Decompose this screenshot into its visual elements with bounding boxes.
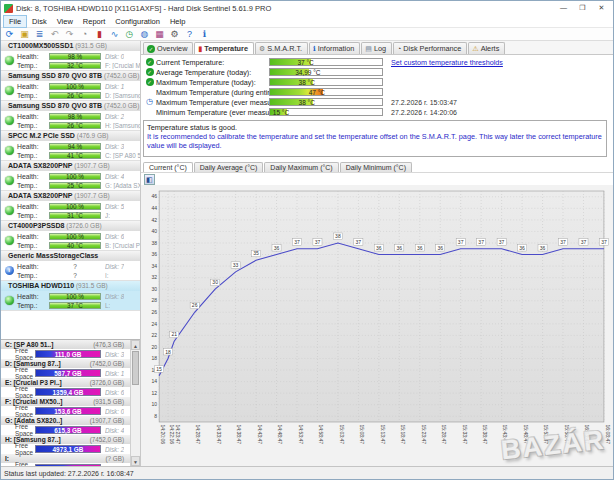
chart-tab-daily-minimum-c[interactable]: Daily Minimum (°C) (340, 162, 412, 172)
svg-text:18: 18 (152, 355, 158, 361)
chart-tab-daily-maximum-c[interactable]: Daily Maximum (°C) (264, 162, 338, 172)
tab-log[interactable]: ▤Log (361, 42, 392, 54)
partition-entry[interactable]: E: [Crucial P3 Pl..](3726,0 GB)Free Spac… (1, 378, 130, 397)
network-icon[interactable]: ◍ (139, 29, 150, 39)
minimize-button[interactable]: — (554, 2, 573, 14)
svg-text:37: 37 (458, 239, 464, 245)
field-label: Health: (17, 203, 49, 210)
partition-scrollbar[interactable]: ▲ ▼ (130, 340, 140, 466)
disk-number: Disk: 7 (105, 465, 124, 467)
disk-entry[interactable]: Samsung SSD 870 QVO 8TB (7452.0 GB)Healt… (1, 71, 140, 101)
health-ok-icon (5, 146, 14, 155)
unknown-value: ? (49, 272, 101, 279)
temp-bar-value: 40 °C (50, 243, 100, 248)
disk-entry[interactable]: ADATA SX8200PNP (1907.7 GB)Health:100 %D… (1, 191, 140, 221)
svg-text:33: 33 (233, 262, 239, 268)
disk-entry[interactable]: ADATA SX8200PNP (1907.7 GB)Health:100 %D… (1, 161, 140, 191)
menu-file[interactable]: File (3, 15, 27, 28)
svg-text:30: 30 (152, 286, 158, 292)
refresh-icon[interactable]: ⟳ (4, 29, 15, 39)
menu-configuration[interactable]: Configuration (110, 16, 165, 27)
disk-name: Generic MassStorageClass (8, 252, 98, 259)
temp-bar-value: 26 °C (50, 93, 100, 98)
chart-tab-current-c[interactable]: Current (°C) (143, 162, 193, 172)
disk-size: (1907.7 GB) (72, 162, 109, 169)
svg-text:40: 40 (152, 228, 158, 234)
svg-text:15:38:47: 15:38:47 (482, 425, 488, 445)
disk-detect-icon[interactable]: ▣ (19, 29, 30, 39)
svg-text:15:23:47: 15:23:47 (421, 425, 427, 445)
partition-entry[interactable]: H: [Samsung 87..](7452,0 GB)Free Space49… (1, 435, 130, 454)
health-bar: 100 % (49, 203, 101, 210)
health-ok-icon (5, 236, 14, 245)
clock-icon[interactable]: ◷ (124, 29, 135, 39)
tab-alerts[interactable]: ⚠Alerts (468, 42, 505, 54)
scroll-up-icon[interactable]: ▲ (131, 340, 140, 350)
settings-icon[interactable]: ⚙ (169, 29, 180, 39)
tab-temperature[interactable]: ▮Temperature (194, 42, 254, 54)
svg-text:18: 18 (165, 349, 171, 355)
disk-entry-header: ADATA SX8200PNP (1907.7 GB) (1, 191, 140, 201)
health-bar-value: 98 % (50, 114, 100, 119)
disk-number: Disk: 2 (105, 446, 124, 453)
set-thresholds-link[interactable]: Set custom temperature thresholds (391, 58, 503, 67)
info-icon[interactable]: ℹ (199, 29, 210, 39)
disk-entry[interactable]: Generic MassStorageClassiHealth:?Disk: 7… (1, 251, 140, 281)
status-line-1: Temperature status is good. (147, 123, 603, 132)
partition-entry[interactable]: F: [Crucial MX50..](931,5 GB)Free Space1… (1, 397, 130, 416)
info-icon: i (5, 266, 14, 275)
partition-entry[interactable]: D: [Samsung 87..](7452,0 GB)Free Space58… (1, 359, 130, 378)
disk-entry[interactable]: CT4000P3PSSD8 (3726.0 GB)Health:100 %Dis… (1, 221, 140, 251)
disk-entry-body: Health:100 %Disk: 8Temp.:37 °CL: (1, 291, 140, 310)
tab-information[interactable]: ℹInformation (309, 42, 360, 54)
svg-text:38: 38 (152, 240, 158, 246)
tab-overview[interactable]: ✓Overview (143, 42, 193, 54)
disk-name: CT1000MX500SSD1 (8, 42, 73, 49)
chart-tab-daily-average-c[interactable]: Daily Average (°C) (194, 162, 264, 172)
export-chart-icon[interactable]: ◧ (144, 174, 155, 185)
menu-disk[interactable]: Disk (27, 16, 52, 27)
benchmark-icon[interactable]: ∿ (109, 29, 120, 39)
alert-icon: ⚠ (472, 45, 478, 52)
surface-test-icon[interactable]: ◔ (79, 29, 90, 39)
status-line-2: It is recommended to calibrate the tempe… (147, 132, 603, 150)
device-list-icon[interactable]: ≣ (34, 29, 45, 39)
tab-s-m-a-r-t[interactable]: ⚙S.M.A.R.T. (255, 42, 308, 54)
disk-entry[interactable]: Samsung SSD 870 QVO 8TB (7452.0 GB)Healt… (1, 101, 140, 131)
svg-text:26: 26 (152, 309, 158, 315)
disk-size: (7452.0 GB) (102, 102, 139, 109)
disk-entry[interactable]: SPCC M.2 PCIe SSD (476.9 GB)Health:94 %D… (1, 131, 140, 161)
undo-icon[interactable]: ↶ (49, 29, 60, 39)
calendar-icon[interactable]: ▦ (154, 29, 165, 39)
svg-text:14:48:47: 14:48:47 (277, 425, 283, 445)
menu-report[interactable]: Report (78, 16, 111, 27)
svg-text:32: 32 (152, 274, 158, 280)
redo-icon[interactable]: ↷ (64, 29, 75, 39)
scroll-thumb[interactable] (132, 351, 139, 385)
svg-text:37: 37 (294, 239, 300, 245)
scroll-down-icon[interactable]: ▼ (131, 456, 140, 466)
svg-text:36: 36 (519, 245, 525, 251)
help-icon[interactable]: ? (184, 29, 195, 39)
menu-view[interactable]: View (52, 16, 78, 27)
tab-label: Log (374, 44, 386, 53)
temperature-value: 15 °C (273, 109, 289, 116)
disk-entry-body: Health:94 %Disk: 3Temp.:41 °CC: [SP A80 … (1, 141, 140, 160)
thermometer-icon[interactable]: ▮ (94, 29, 105, 39)
svg-text:37: 37 (499, 239, 505, 245)
tab-disk-performance[interactable]: ◔Disk Performance (393, 42, 467, 54)
maximize-button[interactable]: ❐ (573, 2, 592, 14)
disk-entry[interactable]: TOSHIBA HDWD110 (931.5 GB)Health:100 %Di… (1, 281, 140, 311)
gear-icon: ⚙ (259, 45, 265, 52)
partition-free-row: Free Space4973,1 GBDisk: 2 (1, 444, 130, 454)
partition-free-row: Free Space0 GBDisk: 7 (1, 463, 130, 466)
temp-bar-value: 41 °C (50, 153, 100, 158)
menu-help[interactable]: Help (165, 16, 190, 27)
tab-label: Temperature (204, 44, 248, 53)
partition-entry[interactable]: C: [SP A80 51..](476,3 GB)Free Space111,… (1, 340, 130, 359)
temp-bar: 32 °C (49, 62, 101, 69)
disk-entry[interactable]: CT1000MX500SSD1 (931.5 GB)Health:98 %Dis… (1, 41, 140, 71)
partition-entry[interactable]: G: [Adata SX820..](1907,7 GB)Free Space6… (1, 416, 130, 435)
close-button[interactable]: ✕ (592, 2, 611, 14)
temp-bar: 26 °C (49, 92, 101, 99)
